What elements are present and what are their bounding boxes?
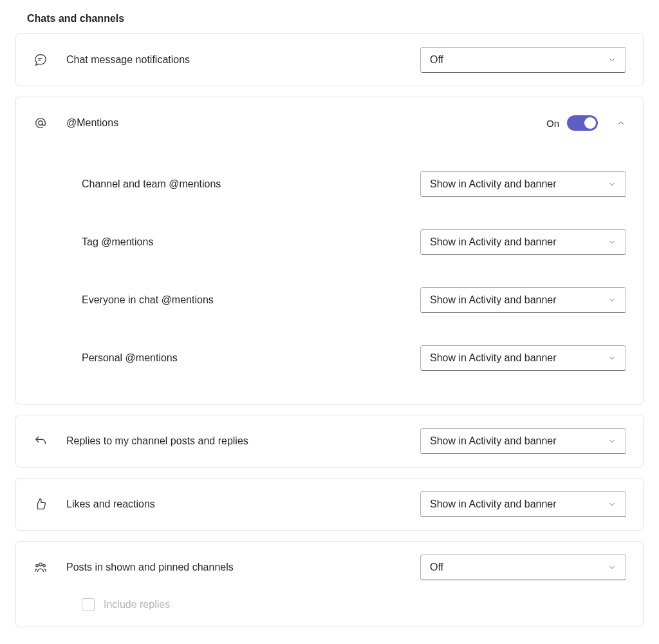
replies-card: Replies to my channel posts and replies …	[15, 415, 644, 468]
mention-dropdown-personal[interactable]: Show in Activity and banner	[420, 345, 626, 371]
mentions-toggle[interactable]	[567, 115, 598, 131]
mention-row-personal: Personal @mentions Show in Activity and …	[16, 329, 643, 387]
posts-dropdown[interactable]: Off	[420, 554, 626, 580]
mention-row-everyone: Everyone in chat @mentions Show in Activ…	[16, 271, 643, 329]
reactions-dropdown[interactable]: Show in Activity and banner	[420, 491, 626, 517]
people-icon	[33, 560, 48, 575]
mention-row-channel-team: Channel and team @mentions Show in Activ…	[16, 155, 643, 213]
chevron-down-icon	[608, 180, 617, 189]
mention-label: Channel and team @mentions	[82, 178, 221, 190]
reactions-card: Likes and reactions Show in Activity and…	[15, 478, 644, 531]
chevron-down-icon	[608, 238, 617, 247]
dropdown-value: Show in Activity and banner	[430, 178, 557, 190]
dropdown-value: Off	[430, 54, 443, 66]
replies-dropdown[interactable]: Show in Activity and banner	[420, 428, 626, 454]
svg-point-5	[43, 564, 46, 567]
replies-row: Replies to my channel posts and replies …	[16, 415, 643, 467]
include-replies-label: Include replies	[104, 599, 170, 611]
chat-notifications-card: Chat message notifications Off	[15, 33, 644, 86]
chat-notifications-dropdown[interactable]: Off	[420, 47, 626, 73]
include-replies-checkbox[interactable]	[82, 598, 95, 611]
chevron-down-icon	[608, 437, 617, 446]
chat-notifications-label: Chat message notifications	[66, 54, 190, 66]
toggle-knob	[584, 117, 596, 129]
reply-icon	[33, 433, 48, 449]
include-replies-row: Include replies	[16, 593, 643, 627]
thumbs-up-icon	[33, 497, 48, 512]
section-title: Chats and channels	[15, 13, 644, 24]
at-icon	[33, 115, 48, 131]
chevron-down-icon	[608, 55, 617, 64]
posts-card: Posts in shown and pinned channels Off I…	[15, 541, 644, 627]
mentions-collapse-button[interactable]	[616, 118, 626, 128]
mention-dropdown-tag[interactable]: Show in Activity and banner	[420, 229, 626, 255]
chat-notifications-row: Chat message notifications Off	[16, 34, 643, 86]
dropdown-value: Show in Activity and banner	[430, 498, 557, 510]
mentions-toggle-container: On	[546, 115, 598, 131]
mentions-header-row: @Mentions On	[16, 97, 643, 149]
chevron-down-icon	[608, 563, 617, 572]
mention-label: Everyone in chat @mentions	[82, 294, 214, 306]
svg-point-2	[39, 121, 42, 125]
mention-label: Personal @mentions	[82, 352, 178, 364]
replies-label: Replies to my channel posts and replies	[66, 435, 248, 447]
chat-icon	[33, 52, 48, 68]
reactions-label: Likes and reactions	[66, 498, 155, 510]
mentions-label: @Mentions	[66, 117, 118, 129]
mentions-toggle-label: On	[546, 118, 559, 129]
chevron-down-icon	[608, 354, 617, 363]
mention-dropdown-everyone[interactable]: Show in Activity and banner	[420, 287, 626, 313]
mentions-subrows: Channel and team @mentions Show in Activ…	[16, 149, 643, 404]
posts-label: Posts in shown and pinned channels	[66, 562, 234, 573]
posts-row: Posts in shown and pinned channels Off	[16, 542, 643, 593]
svg-point-4	[36, 564, 39, 567]
mention-label: Tag @mentions	[82, 236, 153, 248]
mention-dropdown-channel-team[interactable]: Show in Activity and banner	[420, 171, 626, 197]
mention-row-tag: Tag @mentions Show in Activity and banne…	[16, 213, 643, 271]
reactions-row: Likes and reactions Show in Activity and…	[16, 478, 643, 530]
dropdown-value: Show in Activity and banner	[430, 236, 557, 248]
dropdown-value: Show in Activity and banner	[430, 352, 557, 364]
chevron-down-icon	[608, 296, 617, 305]
dropdown-value: Show in Activity and banner	[430, 435, 557, 447]
chevron-down-icon	[608, 500, 617, 509]
svg-point-3	[39, 563, 42, 566]
mentions-card: @Mentions On Channel and team @mentions …	[15, 97, 644, 404]
dropdown-value: Off	[430, 562, 443, 573]
dropdown-value: Show in Activity and banner	[430, 294, 557, 306]
